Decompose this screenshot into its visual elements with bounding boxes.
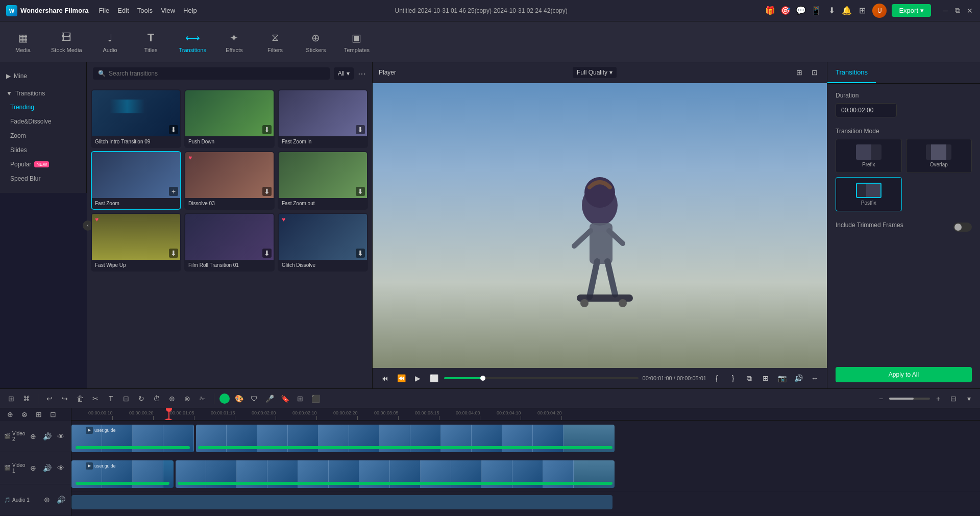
tool-media[interactable]: ▦ Media	[10, 31, 36, 53]
target-icon[interactable]: 🎯	[780, 6, 791, 16]
transition-card-film-roll[interactable]: ⬇ Film Roll Transition 01	[184, 213, 275, 272]
minimize-button[interactable]: ─	[941, 7, 949, 15]
download-icon[interactable]: ⬇	[826, 6, 837, 16]
download-icon-glitch-dissolve[interactable]: ⬇	[356, 249, 365, 258]
menu-help[interactable]: Help	[183, 7, 197, 14]
transition-card-glitch-intro[interactable]: ⬇ Glitch Intro Transition 09	[91, 89, 181, 148]
tl-magnet-button[interactable]: ⌘	[20, 392, 33, 405]
add-icon-fast-zoom[interactable]: +	[169, 187, 178, 196]
step-back-button[interactable]: ⏪	[395, 372, 407, 384]
tl-lock-button[interactable]: ⊗	[181, 392, 193, 405]
fullscreen-button[interactable]: ⊡	[808, 66, 821, 79]
menu-edit[interactable]: Edit	[117, 7, 129, 14]
transition-card-fast-zoom[interactable]: + Fast Zoom	[91, 151, 181, 210]
tl-crop-button[interactable]: ⊡	[120, 392, 132, 405]
more-controls-button[interactable]: ↔	[808, 372, 821, 384]
filter-dropdown[interactable]: All ▾	[334, 67, 354, 80]
transition-card-dissolve-03[interactable]: ♥ ⬇ Dissolve 03	[184, 151, 275, 210]
search-input[interactable]	[109, 70, 325, 77]
play-button[interactable]: ▶	[411, 372, 424, 384]
tl-color-button[interactable]: 🎨	[233, 392, 245, 405]
menu-tools[interactable]: Tools	[137, 7, 153, 14]
chat-icon[interactable]: 💬	[796, 6, 806, 16]
tool-titles[interactable]: T Titles	[138, 31, 164, 53]
tl-scissors-button[interactable]: ✁	[197, 392, 209, 405]
menu-file[interactable]: File	[99, 7, 109, 14]
video1-audio-icon[interactable]: 🔊	[41, 462, 53, 474]
video2-audio-icon[interactable]: 🔊	[41, 430, 53, 443]
tl-pip-button[interactable]: ⊞	[294, 392, 306, 405]
download-icon-fast-zoom-in[interactable]: ⬇	[356, 125, 365, 134]
rewind-button[interactable]: ⏮	[379, 372, 391, 384]
tl-layout-button[interactable]: ⊟	[947, 392, 960, 405]
sidebar-item-fade-dissolve[interactable]: Fade&Dissolve	[0, 114, 86, 129]
download-icon-fast-zoom-out[interactable]: ⬇	[356, 187, 365, 196]
download-icon-film-roll[interactable]: ⬇	[262, 249, 272, 258]
tl-redo-button[interactable]: ↪	[59, 392, 71, 405]
link-tracks-button[interactable]: ⊗	[18, 408, 31, 421]
gift-icon[interactable]: 🎁	[765, 6, 775, 16]
tl-cut-button[interactable]: ✂	[89, 392, 102, 405]
tl-rotate-button[interactable]: ↻	[135, 392, 148, 405]
video2-clip-2[interactable]	[196, 425, 615, 452]
video2-add-icon[interactable]: ⊕	[27, 430, 39, 443]
tool-templates[interactable]: ▣ Templates	[344, 31, 370, 53]
video1-add-icon[interactable]: ⊕	[27, 462, 39, 474]
maximize-button[interactable]: ⧉	[953, 7, 962, 15]
transition-card-fast-zoom-out[interactable]: ⬇ Fast Zoom out	[278, 151, 368, 210]
more-options-button[interactable]: ⋯	[358, 69, 366, 79]
tl-screen-button[interactable]: ⬛	[309, 392, 322, 405]
tl-record-button[interactable]	[219, 394, 230, 404]
playhead[interactable]: ✂	[168, 408, 169, 421]
sidebar-item-zoom[interactable]: Zoom	[0, 129, 86, 143]
zoom-in-button[interactable]: +	[932, 392, 944, 405]
video1-eye-icon[interactable]: 👁	[55, 462, 67, 474]
tl-delete-button[interactable]: 🗑	[74, 392, 86, 405]
bell-icon[interactable]: 🔔	[842, 6, 852, 16]
zoom-out-button[interactable]: −	[875, 392, 887, 405]
tl-mic-button[interactable]: 🎤	[263, 392, 276, 405]
sidebar-header-mine[interactable]: ▶ Mine	[0, 69, 86, 83]
sidebar-item-popular[interactable]: Popular NEW	[0, 157, 86, 171]
export-button[interactable]: Export ▾	[892, 4, 931, 17]
tl-more-button[interactable]: ▾	[963, 392, 975, 405]
download-icon-push-down[interactable]: ⬇	[262, 125, 272, 134]
sidebar-item-trending[interactable]: Trending	[0, 100, 86, 114]
transition-card-glitch-dissolve[interactable]: ♥ ⬇ Glitch Dissolve	[278, 213, 368, 272]
tl-grid-button[interactable]: ⊞	[5, 392, 17, 405]
grid-icon[interactable]: ⊞	[857, 6, 867, 16]
tool-audio[interactable]: ♩ Audio	[97, 31, 123, 53]
tl-speed-button[interactable]: ⏱	[151, 392, 163, 405]
zoom-slider[interactable]	[889, 398, 930, 400]
tab-transitions[interactable]: Transitions	[827, 62, 876, 83]
download-icon-glitch-intro[interactable]: ⬇	[169, 125, 178, 134]
apply-to-all-button[interactable]: Apply to All	[836, 367, 972, 382]
audio1-volume-icon[interactable]: 🔊	[55, 494, 67, 506]
dual-view-button[interactable]: ⊞	[793, 66, 805, 79]
tl-bookmark-button[interactable]: 🔖	[279, 392, 291, 405]
mark-out-button[interactable]: }	[727, 372, 739, 384]
sidebar-item-slides[interactable]: Slides	[0, 143, 86, 157]
tool-stickers[interactable]: ⊕ Stickers	[303, 31, 329, 53]
tl-clone-button[interactable]: ⊕	[166, 392, 178, 405]
mobile-icon[interactable]: 📱	[811, 6, 821, 16]
quality-select[interactable]: Full Quality ▾	[573, 67, 617, 78]
group-button[interactable]: ⊞	[33, 408, 45, 421]
user-avatar[interactable]: U	[872, 4, 887, 18]
include-trimmed-toggle[interactable]	[953, 223, 972, 232]
mark-in-button[interactable]: {	[710, 372, 723, 384]
tool-stock-media[interactable]: 🎞 Stock Media	[51, 31, 82, 53]
tool-effects[interactable]: ✦ Effects	[222, 31, 247, 53]
audio1-clip[interactable]	[71, 495, 612, 509]
tool-filters[interactable]: ⧖ Filters	[262, 31, 288, 53]
snapshot-button[interactable]: 📷	[776, 372, 788, 384]
transition-card-push-down[interactable]: ⬇ Push Down	[184, 89, 275, 148]
download-icon-dissolve[interactable]: ⬇	[262, 187, 272, 196]
pip-button[interactable]: ⊞	[760, 372, 772, 384]
audio1-add-icon[interactable]: ⊕	[41, 494, 53, 506]
menu-view[interactable]: View	[161, 7, 175, 14]
transition-card-fast-zoom-in[interactable]: ⬇ Fast Zoom in	[278, 89, 368, 148]
video2-eye-icon[interactable]: 👁	[55, 430, 67, 443]
mode-postfix-button[interactable]: Postfix	[836, 177, 902, 211]
download-icon-wipe[interactable]: ⬇	[169, 249, 178, 258]
